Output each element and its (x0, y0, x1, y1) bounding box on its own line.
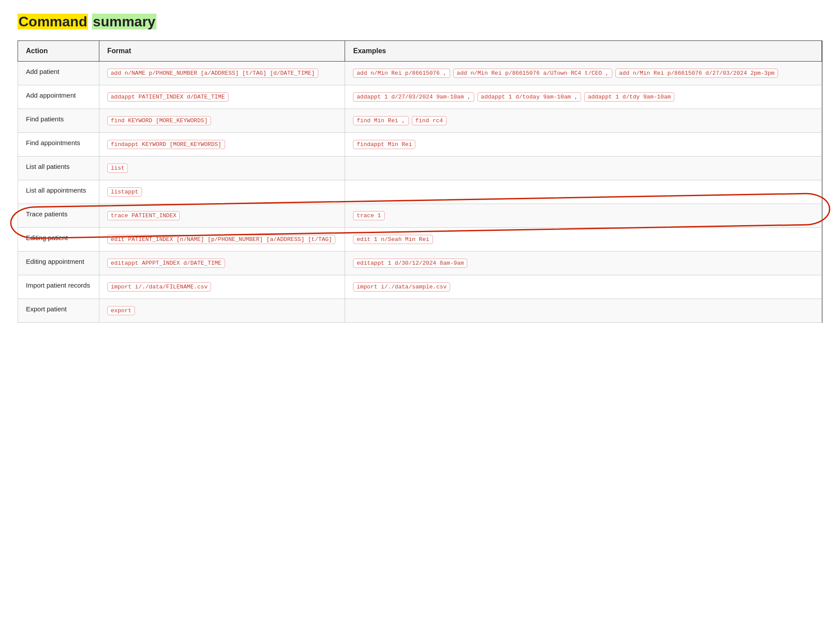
cell-action: Import patient records (18, 275, 99, 299)
header-format: Format (99, 41, 345, 62)
cell-examples: find Min Rei ,find rc4 (345, 109, 822, 133)
cell-action: List all patients (18, 157, 99, 180)
format-chip: find KEYWORD [MORE_KEYWORDS] (107, 116, 211, 125)
title-word2: summary (92, 14, 156, 29)
cell-action: Find patients (18, 109, 99, 133)
example-chip: editappt 1 d/30/12/2024 8am-9am (353, 259, 467, 268)
example-chip: find Min Rei , (353, 116, 408, 125)
cell-format: addappt PATIENT_INDEX d/DATE_TIME (99, 85, 345, 109)
cell-examples (345, 299, 822, 323)
table-row: Add appointmentaddappt PATIENT_INDEX d/D… (18, 85, 822, 109)
header-action: Action (18, 41, 99, 62)
cell-action: Add patient (18, 62, 99, 85)
cell-format: import i/./data/FILENAME.csv (99, 275, 345, 299)
example-chip: trace 1 (353, 211, 384, 220)
format-chip: editappt APPPT_INDEX d/DATE_TIME (107, 259, 225, 268)
cell-examples: trace 1 (345, 204, 822, 228)
cell-action: Editing appointment (18, 252, 99, 275)
cell-examples: edit 1 n/Seah Min Rei (345, 228, 822, 252)
cell-format: edit PATIENT_INDEX [n/NAME] [p/PHONE_NUM… (99, 228, 345, 252)
example-chip: add n/Min Rei p/86615076 a/UTown RC4 t/C… (453, 69, 612, 78)
cell-action: Add appointment (18, 85, 99, 109)
table-row: Add patientadd n/NAME p/PHONE_NUMBER [a/… (18, 62, 822, 85)
example-chip: edit 1 n/Seah Min Rei (353, 235, 433, 244)
table-row: Export patientexport (18, 299, 822, 323)
format-chip: import i/./data/FILENAME.csv (107, 282, 211, 292)
cell-examples: findappt Min Rei (345, 133, 822, 157)
format-chip: trace PATIENT_INDEX (107, 211, 180, 220)
cell-examples: add n/Min Rei p/86615076 ,add n/Min Rei … (345, 62, 822, 85)
example-chip: import i/./data/sample.csv (353, 282, 450, 292)
example-chip: addappt 1 d/tdy 9am-10am (584, 92, 674, 102)
cell-examples (345, 157, 822, 180)
cell-format: export (99, 299, 345, 323)
cell-format: editappt APPPT_INDEX d/DATE_TIME (99, 252, 345, 275)
cell-action: Editing patient (18, 228, 99, 252)
format-chip: add n/NAME p/PHONE_NUMBER [a/ADDRESS] [t… (107, 69, 318, 78)
table-row: Editing patientedit PATIENT_INDEX [n/NAM… (18, 228, 822, 252)
cell-examples: addappt 1 d/27/03/2024 9am-10am ,addappt… (345, 85, 822, 109)
cell-examples: import i/./data/sample.csv (345, 275, 822, 299)
example-chip: add n/Min Rei p/86615076 d/27/03/2024 2p… (615, 69, 778, 78)
example-chip: addappt 1 d/today 9am-10am , (477, 92, 581, 102)
header-examples: Examples (345, 41, 822, 62)
table-row: Import patient recordsimport i/./data/FI… (18, 275, 822, 299)
table-row: Editing appointmenteditappt APPPT_INDEX … (18, 252, 822, 275)
example-chip: find rc4 (412, 116, 447, 125)
example-chip: add n/Min Rei p/86615076 , (353, 69, 450, 78)
cell-format: findappt KEYWORD [MORE_KEYWORDS] (99, 133, 345, 157)
cell-format: add n/NAME p/PHONE_NUMBER [a/ADDRESS] [t… (99, 62, 345, 85)
example-chip: findappt Min Rei (353, 140, 415, 149)
cell-format: list (99, 157, 345, 180)
cell-examples: editappt 1 d/30/12/2024 8am-9am (345, 252, 822, 275)
table-row: Find appointmentsfindappt KEYWORD [MORE_… (18, 133, 822, 157)
page-title: Command summary (18, 13, 822, 30)
table-header-row: Action Format Examples (18, 41, 822, 62)
format-chip: edit PATIENT_INDEX [n/NAME] [p/PHONE_NUM… (107, 235, 335, 244)
table-row: List all patientslist (18, 157, 822, 180)
cell-format: listappt (99, 180, 345, 204)
cell-examples (345, 180, 822, 204)
format-chip: listappt (107, 187, 142, 197)
table-row: Trace patientstrace PATIENT_INDEXtrace 1 (18, 204, 822, 228)
cell-action: Export patient (18, 299, 99, 323)
cell-action: Find appointments (18, 133, 99, 157)
format-chip: addappt PATIENT_INDEX d/DATE_TIME (107, 92, 229, 102)
table-row: List all appointmentslistappt (18, 180, 822, 204)
cell-action: List all appointments (18, 180, 99, 204)
example-chip: addappt 1 d/27/03/2024 9am-10am , (353, 92, 474, 102)
title-word1: Command (18, 14, 88, 29)
format-chip: findappt KEYWORD [MORE_KEYWORDS] (107, 140, 225, 149)
cell-action: Trace patients (18, 204, 99, 228)
cell-format: trace PATIENT_INDEX (99, 204, 345, 228)
format-chip: export (107, 306, 135, 315)
table-row: Find patientsfind KEYWORD [MORE_KEYWORDS… (18, 109, 822, 133)
format-chip: list (107, 164, 128, 173)
cell-format: find KEYWORD [MORE_KEYWORDS] (99, 109, 345, 133)
command-summary-table: Action Format Examples Add patientadd n/… (18, 40, 822, 323)
